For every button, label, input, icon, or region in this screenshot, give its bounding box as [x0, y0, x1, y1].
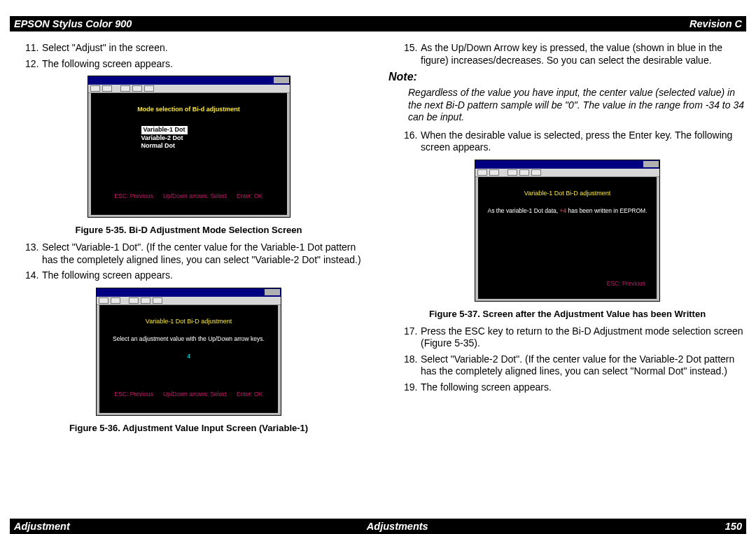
line-post: has been written in EEPROM.: [568, 207, 648, 214]
right-column: 15. As the Up/Down Arrow key is pressed,…: [388, 38, 746, 440]
screen-body: Variable-1 Dot Bi-D adjustment Select an…: [99, 305, 278, 413]
figure-5-37: Variable-1 Dot Bi-D adjustment As the va…: [475, 160, 660, 302]
figure-caption: Figure 5-35. Bi-D Adjustment Mode Select…: [10, 225, 368, 236]
figure-5-36: Variable-1 Dot Bi-D adjustment Select an…: [96, 288, 281, 416]
screen-body: Variable-1 Dot Bi-D adjustment As the va…: [478, 177, 657, 299]
step-number: 17.: [404, 325, 421, 350]
screen-instruction: Select an adjustment value with the Up/D…: [106, 335, 271, 343]
step-14: 14. The following screen appears.: [25, 269, 368, 282]
window-toolbar: [97, 297, 281, 305]
step-text: When the desirable value is selected, pr…: [421, 129, 746, 154]
step-19: 19. The following screen appears.: [404, 381, 746, 394]
figure-5-35: Mode selection of Bi-d adjustment Variab…: [88, 76, 290, 218]
step-17: 17. Press the ESC key to return to the B…: [404, 325, 746, 350]
footer-center: Adjustments: [367, 521, 428, 532]
step-16: 16. When the desirable value is selected…: [404, 129, 746, 154]
header-right: Revision C: [690, 18, 742, 29]
step-number: 19.: [404, 381, 421, 394]
toolbar-button-icon: [507, 169, 517, 176]
screen-footer: ESC: Previous Up/Down arrows: Select Ent…: [106, 391, 271, 398]
figure-caption: Figure 5-36. Adjustment Value Input Scre…: [10, 423, 368, 434]
step-15: 15. As the Up/Down Arrow key is pressed,…: [404, 42, 746, 66]
window-frame: Mode selection of Bi-d adjustment Variab…: [88, 76, 290, 218]
step-number: 13.: [25, 241, 42, 266]
left-column: 11. Select "Adjust" in the screen. 12. T…: [10, 38, 368, 440]
step-text: Select "Adjust" in the screen.: [42, 42, 368, 55]
screen-body: Mode selection of Bi-d adjustment Variab…: [91, 93, 287, 215]
step-18: 18. Select "Variable-2 Dot". (If the cen…: [404, 353, 746, 378]
option: Variable-2 Dot: [141, 134, 280, 142]
option-selected: Variable-1 Dot: [141, 126, 188, 134]
note-body: Regardless of the value you have input, …: [408, 87, 746, 124]
toolbar-button-icon: [477, 169, 487, 176]
footer-left: Adjustment: [14, 521, 70, 532]
window-buttons-icon: [643, 161, 659, 167]
window-toolbar: [88, 85, 290, 93]
header-bar: EPSON Stylus Color 900 Revision C: [10, 16, 746, 31]
enter-hint: Enter: OK: [237, 391, 262, 398]
toolbar-button-icon: [531, 169, 541, 176]
step-text: Press the ESC key to return to the Bi-D …: [421, 325, 746, 350]
option: Normal Dot: [141, 142, 280, 150]
step-number: 18.: [404, 353, 421, 378]
step-13: 13. Select "Variable-1 Dot". (If the cen…: [25, 241, 368, 266]
content-columns: 11. Select "Adjust" in the screen. 12. T…: [10, 38, 746, 440]
toolbar-button-icon: [129, 297, 139, 304]
step-number: 16.: [404, 129, 421, 154]
figure-caption: Figure 5-37. Screen after the Adjustment…: [388, 309, 746, 320]
window-titlebar: [88, 76, 290, 85]
toolbar-button-icon: [90, 85, 100, 92]
screen-footer: ESC: Previous: [485, 280, 650, 288]
toolbar-button-icon: [132, 85, 142, 92]
arrows-hint: Up/Down arrows: Select: [163, 192, 227, 200]
window-toolbar: [475, 169, 659, 177]
line-value: +4: [560, 207, 567, 214]
step-number: 15.: [404, 42, 421, 66]
screen-title: Variable-1 Dot Bi-D adjustment: [106, 318, 271, 325]
window-buttons-icon: [274, 77, 289, 83]
footer-bar: Adjustment Adjustments 150: [10, 519, 746, 534]
toolbar-button-icon: [102, 85, 112, 92]
screen-line: As the variable-1 Dot data, +4 has been …: [485, 207, 650, 215]
footer-right: 150: [725, 521, 742, 532]
step-text: The following screen appears.: [42, 269, 368, 282]
step-number: 14.: [25, 269, 42, 282]
step-number: 12.: [25, 58, 42, 71]
toolbar-button-icon: [99, 297, 108, 304]
toolbar-button-icon: [141, 297, 150, 304]
window-buttons-icon: [265, 289, 280, 295]
toolbar-button-icon: [120, 85, 130, 92]
toolbar-button-icon: [153, 297, 162, 304]
toolbar-button-icon: [144, 85, 154, 92]
step-11: 11. Select "Adjust" in the screen.: [25, 42, 368, 55]
arrows-hint: Up/Down arrows: Select: [163, 391, 227, 398]
enter-hint: Enter: OK: [237, 192, 262, 200]
screen-title: Mode selection of Bi-d adjustment: [98, 106, 280, 113]
step-text: Select "Variable-1 Dot". (If the center …: [42, 241, 368, 266]
header-left: EPSON Stylus Color 900: [14, 18, 132, 29]
esc-hint: ESC: Previous: [607, 280, 645, 288]
toolbar-button-icon: [489, 169, 499, 176]
window-titlebar: [97, 288, 281, 297]
esc-hint: ESC: Previous: [115, 391, 153, 398]
screen-title: Variable-1 Dot Bi-D adjustment: [485, 190, 650, 197]
step-number: 11.: [25, 42, 42, 55]
toolbar-button-icon: [111, 297, 120, 304]
window-titlebar: [475, 160, 659, 169]
window-frame: Variable-1 Dot Bi-D adjustment Select an…: [96, 288, 281, 416]
esc-hint: ESC: Previous: [115, 192, 153, 200]
line-pre: As the variable-1 Dot data,: [487, 207, 558, 214]
screen-value: 4: [106, 353, 271, 360]
option-list: Variable-1 Dot Variable-2 Dot Normal Dot: [141, 126, 280, 150]
note-label: Note:: [388, 70, 746, 84]
window-frame: Variable-1 Dot Bi-D adjustment As the va…: [475, 160, 660, 302]
step-text: Select "Variable-2 Dot". (If the center …: [421, 353, 746, 378]
step-text: As the Up/Down Arrow key is pressed, the…: [421, 42, 746, 66]
step-12: 12. The following screen appears.: [25, 58, 368, 71]
toolbar-button-icon: [519, 169, 529, 176]
screen-footer: ESC: Previous Up/Down arrows: Select Ent…: [98, 192, 280, 200]
step-text: The following screen appears.: [42, 58, 368, 71]
step-text: The following screen appears.: [421, 381, 746, 394]
